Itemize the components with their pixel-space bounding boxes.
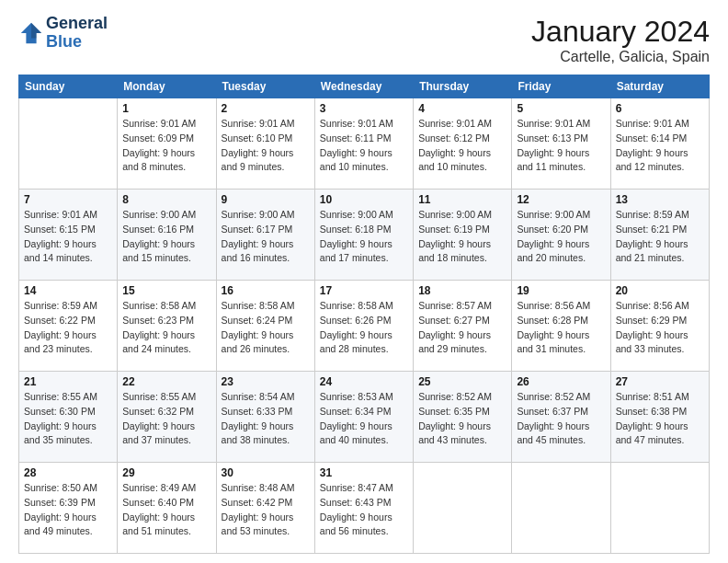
day-info: Sunrise: 8:48 AMSunset: 6:42 PMDaylight:… — [222, 481, 310, 539]
day-info: Sunrise: 8:54 AMSunset: 6:33 PMDaylight:… — [222, 390, 310, 448]
day-number: 17 — [320, 284, 408, 297]
day-number: 15 — [122, 284, 210, 297]
weekday-header-sunday: Sunday — [19, 75, 118, 98]
calendar-cell — [512, 463, 610, 554]
day-info: Sunrise: 9:00 AMSunset: 6:18 PMDaylight:… — [320, 208, 408, 266]
page: General Blue January 2024 Cartelle, Gali… — [0, 0, 728, 563]
calendar-cell: 23 Sunrise: 8:54 AMSunset: 6:33 PMDaylig… — [216, 372, 314, 463]
weekday-header-wednesday: Wednesday — [314, 75, 413, 98]
calendar-cell: 5 Sunrise: 9:01 AMSunset: 6:13 PMDayligh… — [512, 98, 610, 190]
calendar-week-3: 21 Sunrise: 8:55 AMSunset: 6:30 PMDaylig… — [19, 372, 710, 463]
day-number: 5 — [517, 102, 605, 115]
day-number: 13 — [616, 193, 704, 206]
day-info: Sunrise: 8:52 AMSunset: 6:37 PMDaylight:… — [517, 390, 605, 448]
day-number: 30 — [222, 466, 310, 479]
day-number: 7 — [24, 193, 112, 206]
day-number: 26 — [517, 375, 605, 388]
weekday-header-friday: Friday — [512, 75, 610, 98]
svg-marker-1 — [31, 23, 41, 39]
day-info: Sunrise: 9:01 AMSunset: 6:13 PMDaylight:… — [517, 117, 605, 175]
day-info: Sunrise: 8:57 AMSunset: 6:27 PMDaylight:… — [418, 299, 506, 357]
day-info: Sunrise: 9:01 AMSunset: 6:10 PMDaylight:… — [222, 117, 310, 175]
calendar-cell: 8 Sunrise: 9:00 AMSunset: 6:16 PMDayligh… — [118, 190, 216, 281]
day-info: Sunrise: 8:58 AMSunset: 6:23 PMDaylight:… — [122, 299, 210, 357]
day-info: Sunrise: 8:56 AMSunset: 6:29 PMDaylight:… — [616, 299, 704, 357]
day-number: 22 — [122, 375, 210, 388]
day-info: Sunrise: 8:50 AMSunset: 6:39 PMDaylight:… — [24, 481, 112, 539]
day-number: 21 — [24, 375, 112, 388]
logo-icon — [18, 20, 44, 46]
day-info: Sunrise: 9:01 AMSunset: 6:09 PMDaylight:… — [122, 117, 210, 175]
day-info: Sunrise: 8:53 AMSunset: 6:34 PMDaylight:… — [320, 390, 408, 448]
calendar-cell: 14 Sunrise: 8:59 AMSunset: 6:22 PMDaylig… — [19, 281, 118, 372]
calendar-week-4: 28 Sunrise: 8:50 AMSunset: 6:39 PMDaylig… — [19, 463, 710, 554]
title-block: January 2024 Cartelle, Galicia, Spain — [531, 15, 710, 65]
weekday-header-thursday: Thursday — [414, 75, 512, 98]
day-info: Sunrise: 8:56 AMSunset: 6:28 PMDaylight:… — [517, 299, 605, 357]
day-number: 9 — [222, 193, 310, 206]
calendar-cell: 29 Sunrise: 8:49 AMSunset: 6:40 PMDaylig… — [118, 463, 216, 554]
weekday-header-saturday: Saturday — [610, 75, 709, 98]
day-info: Sunrise: 8:47 AMSunset: 6:43 PMDaylight:… — [320, 481, 408, 539]
day-info: Sunrise: 8:49 AMSunset: 6:40 PMDaylight:… — [122, 481, 210, 539]
calendar-cell — [414, 463, 512, 554]
day-info: Sunrise: 9:01 AMSunset: 6:11 PMDaylight:… — [320, 117, 408, 175]
calendar-cell: 30 Sunrise: 8:48 AMSunset: 6:42 PMDaylig… — [216, 463, 314, 554]
day-number: 27 — [616, 375, 704, 388]
weekday-header-row: SundayMondayTuesdayWednesdayThursdayFrid… — [19, 75, 710, 98]
calendar-cell: 7 Sunrise: 9:01 AMSunset: 6:15 PMDayligh… — [19, 190, 118, 281]
day-number: 11 — [418, 193, 506, 206]
logo: General Blue — [18, 15, 108, 52]
day-number: 1 — [122, 102, 210, 115]
subtitle: Cartelle, Galicia, Spain — [531, 49, 710, 65]
calendar-week-1: 7 Sunrise: 9:01 AMSunset: 6:15 PMDayligh… — [19, 190, 710, 281]
calendar-cell — [610, 463, 709, 554]
day-info: Sunrise: 8:59 AMSunset: 6:22 PMDaylight:… — [24, 299, 112, 357]
day-info: Sunrise: 8:58 AMSunset: 6:26 PMDaylight:… — [320, 299, 408, 357]
calendar-cell: 12 Sunrise: 9:00 AMSunset: 6:20 PMDaylig… — [512, 190, 610, 281]
calendar-cell: 24 Sunrise: 8:53 AMSunset: 6:34 PMDaylig… — [314, 372, 413, 463]
logo-text-blue: Blue — [46, 33, 108, 52]
day-info: Sunrise: 9:00 AMSunset: 6:16 PMDaylight:… — [122, 208, 210, 266]
calendar-cell: 6 Sunrise: 9:01 AMSunset: 6:14 PMDayligh… — [610, 98, 709, 190]
calendar-cell: 11 Sunrise: 9:00 AMSunset: 6:19 PMDaylig… — [414, 190, 512, 281]
calendar-cell: 2 Sunrise: 9:01 AMSunset: 6:10 PMDayligh… — [216, 98, 314, 190]
day-info: Sunrise: 9:01 AMSunset: 6:12 PMDaylight:… — [418, 117, 506, 175]
weekday-header-monday: Monday — [118, 75, 216, 98]
calendar-cell: 17 Sunrise: 8:58 AMSunset: 6:26 PMDaylig… — [314, 281, 413, 372]
day-number: 28 — [24, 466, 112, 479]
day-number: 14 — [24, 284, 112, 297]
day-number: 4 — [418, 102, 506, 115]
day-number: 19 — [517, 284, 605, 297]
day-number: 10 — [320, 193, 408, 206]
day-info: Sunrise: 9:01 AMSunset: 6:14 PMDaylight:… — [616, 117, 704, 175]
day-number: 2 — [222, 102, 310, 115]
logo-text-general: General — [46, 15, 108, 33]
calendar-table: SundayMondayTuesdayWednesdayThursdayFrid… — [18, 75, 710, 554]
day-info: Sunrise: 9:01 AMSunset: 6:15 PMDaylight:… — [24, 208, 112, 266]
calendar-cell: 16 Sunrise: 8:58 AMSunset: 6:24 PMDaylig… — [216, 281, 314, 372]
calendar-cell: 27 Sunrise: 8:51 AMSunset: 6:38 PMDaylig… — [610, 372, 709, 463]
day-number: 8 — [122, 193, 210, 206]
day-number: 3 — [320, 102, 408, 115]
day-number: 20 — [616, 284, 704, 297]
calendar-cell: 21 Sunrise: 8:55 AMSunset: 6:30 PMDaylig… — [19, 372, 118, 463]
day-number: 31 — [320, 466, 408, 479]
day-number: 18 — [418, 284, 506, 297]
day-info: Sunrise: 9:00 AMSunset: 6:17 PMDaylight:… — [222, 208, 310, 266]
day-info: Sunrise: 8:55 AMSunset: 6:32 PMDaylight:… — [122, 390, 210, 448]
calendar-cell: 13 Sunrise: 8:59 AMSunset: 6:21 PMDaylig… — [610, 190, 709, 281]
day-info: Sunrise: 8:55 AMSunset: 6:30 PMDaylight:… — [24, 390, 112, 448]
weekday-header-tuesday: Tuesday — [216, 75, 314, 98]
day-number: 6 — [616, 102, 704, 115]
day-info: Sunrise: 9:00 AMSunset: 6:20 PMDaylight:… — [517, 208, 605, 266]
day-number: 29 — [122, 466, 210, 479]
calendar-cell: 22 Sunrise: 8:55 AMSunset: 6:32 PMDaylig… — [118, 372, 216, 463]
day-info: Sunrise: 9:00 AMSunset: 6:19 PMDaylight:… — [418, 208, 506, 266]
day-number: 23 — [222, 375, 310, 388]
calendar-week-0: 1 Sunrise: 9:01 AMSunset: 6:09 PMDayligh… — [19, 98, 710, 190]
calendar-cell: 10 Sunrise: 9:00 AMSunset: 6:18 PMDaylig… — [314, 190, 413, 281]
day-number: 25 — [418, 375, 506, 388]
calendar-cell: 3 Sunrise: 9:01 AMSunset: 6:11 PMDayligh… — [314, 98, 413, 190]
day-info: Sunrise: 8:52 AMSunset: 6:35 PMDaylight:… — [418, 390, 506, 448]
